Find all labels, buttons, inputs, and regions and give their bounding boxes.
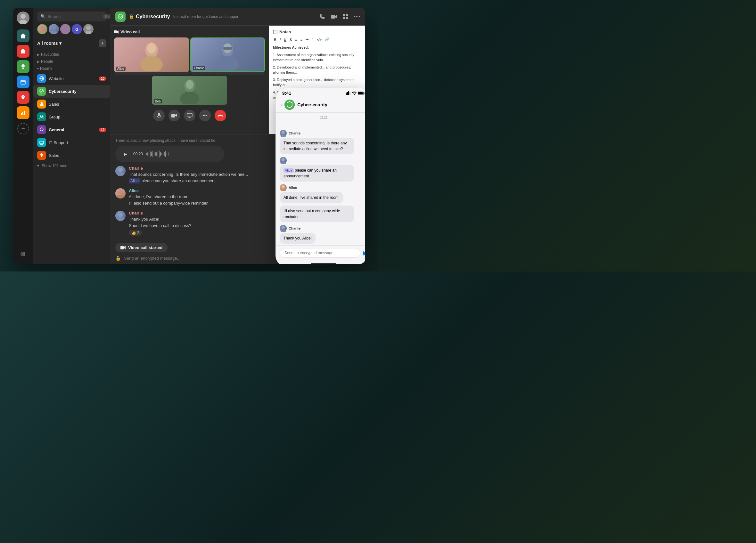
mobile-chat-avatar: [284, 100, 295, 110]
grid-dot: [343, 14, 345, 16]
svg-point-1: [21, 14, 26, 19]
all-rooms-label[interactable]: All rooms ▾: [37, 41, 62, 46]
mute-button[interactable]: [153, 110, 165, 121]
mobile-bubble-alice-1: All done, I've shared in the room.: [280, 192, 343, 203]
mobile-timestamp: 02:23: [280, 116, 365, 119]
video-label-bob: Bob: [154, 99, 162, 103]
svg-point-64: [118, 213, 123, 217]
svg-rect-69: [348, 91, 349, 95]
message-avatar-charlie: [115, 166, 126, 176]
mobile-status-icons: [346, 91, 365, 95]
calendar-nav-button[interactable]: [17, 76, 29, 88]
rooms-header[interactable]: ▾ Rooms: [37, 65, 106, 72]
svg-point-79: [281, 162, 286, 164]
svg-point-24: [86, 26, 91, 30]
svg-text:G: G: [75, 27, 78, 32]
channel-icon-sales1: [37, 100, 46, 109]
mobile-bubble-alice-2: I'll also send out a company-wide remind…: [280, 206, 354, 222]
code-button[interactable]: </>: [316, 37, 323, 42]
add-room-button[interactable]: +: [99, 39, 106, 47]
notes-item-2: 2. Developed and implemented... and proc…: [273, 65, 361, 75]
mobile-msg-header-alice-1: Alice: [280, 184, 343, 191]
list1-button[interactable]: ≡: [294, 37, 298, 42]
people-header[interactable]: ▶ People: [37, 58, 106, 65]
mobile-bubble-charlie-mention: Alice please can you share an announceme…: [280, 165, 354, 182]
indent-button[interactable]: ⇥: [305, 37, 309, 42]
svg-point-60: [118, 168, 123, 172]
add-workspace-button[interactable]: +: [17, 123, 29, 135]
italic-button[interactable]: I: [279, 37, 282, 42]
home-indicator: [311, 263, 336, 264]
video-button[interactable]: [331, 14, 338, 20]
phone-button[interactable]: [319, 13, 325, 20]
home-nav-button[interactable]: [17, 29, 29, 42]
location-nav-button[interactable]: [17, 91, 29, 104]
favourites-section: ▶ Favourites: [33, 51, 110, 58]
channel-icon-itsupport: [37, 138, 46, 147]
channel-icon-cybersecurity: [37, 87, 46, 96]
rooms-chevron: ▾: [37, 67, 39, 70]
favourites-header[interactable]: ▶ Favourites: [37, 51, 106, 58]
grid-dot: [346, 14, 348, 16]
channel-item-sales1[interactable]: Sales: [33, 98, 110, 111]
audio-play-button[interactable]: ▶: [120, 149, 130, 159]
search-icon: 🔍: [40, 14, 45, 19]
channel-name-group: Group: [49, 115, 106, 119]
channel-item-group[interactable]: Group: [33, 111, 110, 123]
show-more-button[interactable]: ▾ Show 101 more: [33, 162, 110, 170]
bold-button[interactable]: B: [273, 37, 277, 42]
channel-item-sales2[interactable]: Sales: [33, 149, 110, 162]
apps-button[interactable]: [343, 14, 349, 20]
channel-item-general[interactable]: General 12: [33, 123, 110, 136]
link-button[interactable]: 🔗: [324, 37, 330, 42]
end-call-button[interactable]: [215, 110, 226, 121]
building-nav-button[interactable]: [17, 45, 29, 58]
more-options-button[interactable]: [354, 16, 360, 18]
more-call-options-button[interactable]: •••: [199, 110, 211, 121]
user-avatar[interactable]: [17, 12, 29, 24]
list2-button[interactable]: ≡: [300, 37, 303, 42]
channel-item-website[interactable]: Website 10: [33, 72, 110, 85]
svg-point-77: [281, 135, 286, 137]
svg-point-49: [186, 80, 193, 89]
screen-share-button[interactable]: [184, 110, 195, 121]
bulb-nav-button[interactable]: [17, 60, 29, 73]
audio-timestamp: 00:23: [133, 152, 143, 156]
search-bar[interactable]: 🔍 ⌘K 🧭: [37, 12, 106, 21]
svg-point-80: [282, 185, 285, 189]
avatar-user4: G: [72, 24, 82, 34]
svg-point-41: [140, 56, 163, 71]
mobile-back-button[interactable]: ‹: [280, 102, 282, 108]
svg-rect-13: [21, 113, 22, 115]
notes-item-3: 3. Deployed a next-generation... detecti…: [273, 77, 361, 88]
message-reaction-charlie-2[interactable]: 👍 2: [129, 230, 142, 236]
channel-item-itsupport[interactable]: IT Support: [33, 136, 110, 149]
svg-rect-33: [40, 141, 44, 144]
avatar-user3: [60, 24, 70, 34]
mobile-overlay: 9:41 ‹ Cybersecurity 02:23 · · ·: [275, 88, 365, 264]
mobile-chat-input[interactable]: [280, 248, 360, 258]
room-icon: [115, 12, 126, 22]
svg-point-82: [282, 226, 285, 229]
show-more-chevron-icon: ▾: [37, 164, 39, 168]
underline-button[interactable]: U: [283, 37, 287, 42]
mobile-msg-header-charlie-1: Charlie: [280, 130, 354, 137]
svg-rect-9: [21, 80, 25, 84]
chat-header: 🔒 Cybersecurity Internal room for guidan…: [110, 8, 365, 26]
chart-nav-button[interactable]: [17, 106, 29, 119]
icon-sidebar: +: [13, 8, 33, 264]
svg-point-78: [282, 158, 285, 161]
strikethrough-button[interactable]: S: [289, 37, 293, 42]
input-lock-icon: 🔒: [115, 256, 121, 261]
audio-message: ▶ 00:23: [115, 146, 224, 162]
quote-button[interactable]: ": [311, 37, 314, 42]
channel-item-cybersecurity[interactable]: Cybersecurity: [33, 85, 110, 98]
mobile-send-button[interactable]: ▶: [363, 250, 365, 257]
svg-rect-14: [22, 112, 23, 115]
svg-point-81: [281, 189, 286, 191]
camera-button[interactable]: [168, 110, 180, 121]
settings-button[interactable]: [17, 249, 29, 260]
mobile-msg-alice-2: I'll also send out a company-wide remind…: [280, 206, 354, 222]
svg-point-76: [282, 131, 285, 134]
search-input[interactable]: [47, 14, 101, 19]
